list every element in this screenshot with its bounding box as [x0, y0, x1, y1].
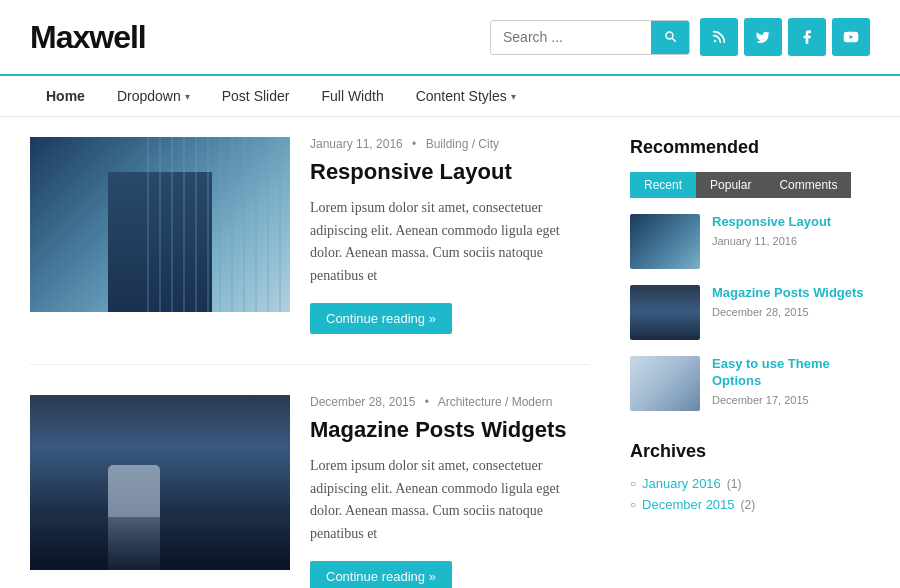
tab-recent[interactable]: Recent: [630, 172, 696, 198]
sidebar-post-2-thumb: [630, 285, 700, 340]
post-2-category: Architecture / Modern: [438, 395, 553, 409]
social-icons: [700, 18, 870, 56]
post-1: January 11, 2016 • Building / City Respo…: [30, 137, 590, 365]
sidebar-post-1-info: Responsive Layout January 11, 2016: [712, 214, 870, 247]
header: Maxwell: [0, 0, 900, 74]
youtube-icon[interactable]: [832, 18, 870, 56]
tab-comments[interactable]: Comments: [765, 172, 851, 198]
archive-item-2: December 2015 (2): [630, 497, 870, 512]
archives-section: Archives January 2016 (1) December 2015 …: [630, 441, 870, 512]
content-styles-arrow: ▾: [511, 91, 516, 102]
sidebar-post-3: Easy to use Theme Options December 17, 2…: [630, 356, 870, 411]
recommended-title: Recommended: [630, 137, 870, 158]
sidebar-post-3-title[interactable]: Easy to use Theme Options: [712, 356, 870, 390]
nav-item-post-slider[interactable]: Post Slider: [206, 76, 306, 116]
post-1-meta: January 11, 2016 • Building / City: [310, 137, 590, 151]
archives-title: Archives: [630, 441, 870, 462]
sidebar-post-3-date: December 17, 2015: [712, 394, 870, 406]
sidebar-post-2-info: Magazine Posts Widgets December 28, 2015: [712, 285, 870, 318]
post-2-meta: December 28, 2015 • Architecture / Moder…: [310, 395, 590, 409]
header-right: [490, 18, 870, 56]
search-button[interactable]: [651, 21, 689, 54]
post-2-date: December 28, 2015: [310, 395, 415, 409]
archives-list: January 2016 (1) December 2015 (2): [630, 476, 870, 512]
sidebar-post-2-date: December 28, 2015: [712, 306, 870, 318]
archive-link-dec-2015[interactable]: December 2015: [642, 497, 735, 512]
sidebar-post-1-date: January 11, 2016: [712, 235, 870, 247]
site-title[interactable]: Maxwell: [30, 19, 146, 56]
rss-icon[interactable]: [700, 18, 738, 56]
tab-popular[interactable]: Popular: [696, 172, 765, 198]
dropdown-arrow: ▾: [185, 91, 190, 102]
nav-item-dropdown[interactable]: Dropdown ▾: [101, 76, 206, 116]
post-2-excerpt: Lorem ipsum dolor sit amet, consectetuer…: [310, 455, 590, 545]
search-input[interactable]: [491, 21, 651, 53]
nav-item-home[interactable]: Home: [30, 76, 101, 116]
recommended-tabs: Recent Popular Comments: [630, 172, 870, 198]
posts-list: January 11, 2016 • Building / City Respo…: [30, 137, 590, 588]
post-1-thumbnail: [30, 137, 290, 312]
post-1-date: January 11, 2016: [310, 137, 403, 151]
svg-point-0: [714, 40, 717, 43]
archive-count-jan-2016: (1): [727, 477, 742, 491]
search-icon: [663, 29, 677, 43]
post-2-read-more[interactable]: Continue reading »: [310, 561, 452, 588]
recommended-section: Recommended Recent Popular Comments Resp…: [630, 137, 870, 411]
post-1-title[interactable]: Responsive Layout: [310, 159, 590, 185]
navigation: Home Dropdown ▾ Post Slider Full Width C…: [0, 74, 900, 117]
post-1-excerpt: Lorem ipsum dolor sit amet, consectetuer…: [310, 197, 590, 287]
archive-link-jan-2016[interactable]: January 2016: [642, 476, 721, 491]
post-2-dot: •: [425, 395, 429, 409]
post-2-body: December 28, 2015 • Architecture / Moder…: [310, 395, 590, 588]
sidebar-post-2-title[interactable]: Magazine Posts Widgets: [712, 285, 870, 302]
sidebar-post-1-title[interactable]: Responsive Layout: [712, 214, 870, 231]
nav-item-content-styles[interactable]: Content Styles ▾: [400, 76, 532, 116]
sidebar-post-1-thumb: [630, 214, 700, 269]
archive-item-1: January 2016 (1): [630, 476, 870, 491]
sidebar-post-1: Responsive Layout January 11, 2016: [630, 214, 870, 269]
post-2: December 28, 2015 • Architecture / Moder…: [30, 395, 590, 588]
archive-count-dec-2015: (2): [741, 498, 756, 512]
post-1-read-more[interactable]: Continue reading »: [310, 303, 452, 334]
twitter-icon[interactable]: [744, 18, 782, 56]
main-content: January 11, 2016 • Building / City Respo…: [0, 117, 900, 588]
sidebar-post-2: Magazine Posts Widgets December 28, 2015: [630, 285, 870, 340]
post-1-body: January 11, 2016 • Building / City Respo…: [310, 137, 590, 334]
facebook-icon[interactable]: [788, 18, 826, 56]
nav-item-full-width[interactable]: Full Width: [305, 76, 399, 116]
post-1-category: Building / City: [426, 137, 499, 151]
post-1-dot: •: [412, 137, 416, 151]
post-2-thumbnail: [30, 395, 290, 570]
post-2-title[interactable]: Magazine Posts Widgets: [310, 417, 590, 443]
sidebar-post-3-info: Easy to use Theme Options December 17, 2…: [712, 356, 870, 406]
sidebar: Recommended Recent Popular Comments Resp…: [630, 137, 870, 588]
search-bar: [490, 20, 690, 55]
sidebar-post-3-thumb: [630, 356, 700, 411]
